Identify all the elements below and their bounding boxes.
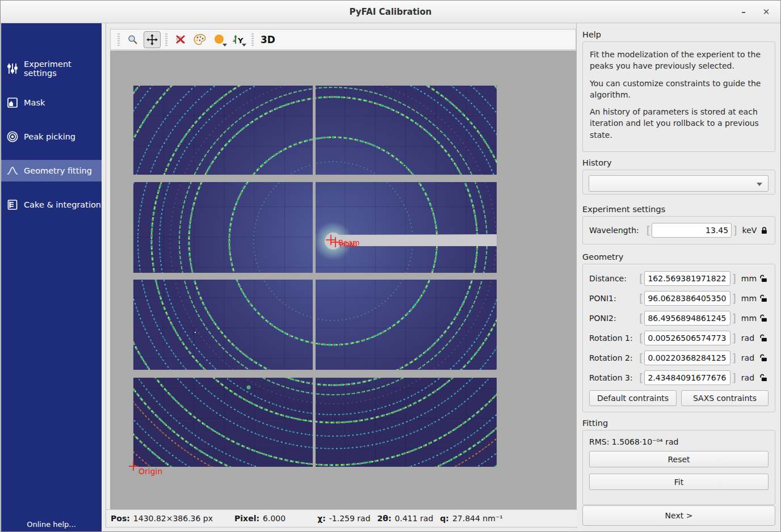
open-bracket: [: [638, 291, 644, 306]
sidebar-item-label: Peak picking: [24, 132, 75, 141]
close-bracket: ]: [730, 331, 737, 345]
fit-button[interactable]: Fit: [589, 474, 769, 490]
field-unit: mm: [741, 314, 758, 323]
close-bracket: ]: [730, 351, 737, 365]
poni1-input[interactable]: [644, 291, 730, 306]
help-paragraph: Fit the modelization of the experient to…: [590, 49, 768, 72]
two-theta-value: 0.411 rad: [395, 514, 434, 523]
pixel-label: Pixel:: [234, 514, 259, 523]
move-arrows-icon: [146, 34, 158, 45]
title-bar: PyFAI Calibration – ✕: [1, 1, 780, 23]
geometry-row-poni1: PONI1: [ ] mm: [589, 291, 769, 306]
chevron-down-icon: [757, 183, 762, 186]
plot-toolbar: Y a 3D: [110, 29, 576, 50]
unzoom-button[interactable]: [172, 31, 189, 48]
reset-button[interactable]: Reset: [589, 451, 769, 467]
sidebar-item-geometry-fitting[interactable]: Geometry fitting: [1, 160, 102, 181]
magnifier-icon: [127, 34, 138, 45]
field-label: PONI1:: [589, 294, 638, 303]
default-constraints-button[interactable]: Default contraints: [589, 390, 677, 406]
two-theta-label: 2θ:: [377, 514, 392, 523]
help-section-title: Help: [582, 30, 601, 39]
poni2-input[interactable]: [644, 311, 730, 326]
pos-label: Pos:: [111, 514, 130, 523]
dropdown-arrow-icon: [242, 44, 246, 47]
close-icon[interactable]: ✕: [759, 5, 774, 19]
geometry-row-distance: Distance: [ ] mm: [589, 271, 769, 286]
minimize-icon[interactable]: –: [736, 5, 751, 19]
y-axis-orientation-button[interactable]: Y a: [230, 31, 247, 48]
wavelength-label: Wavelength:: [589, 226, 645, 235]
saxs-constraints-button[interactable]: SAXS contraints: [681, 390, 769, 406]
field-unit: rad: [741, 333, 758, 343]
close-bracket: ]: [730, 370, 737, 385]
sidebar-item-label: Mask: [24, 98, 45, 107]
lock-closed-icon[interactable]: [760, 226, 769, 235]
geometry-section-title: Geometry: [582, 252, 623, 261]
help-paragraph: An history of parameters is stored at ea…: [590, 106, 768, 141]
toolbar-grip[interactable]: [165, 33, 167, 46]
app-window: PyFAI Calibration – ✕ Experiment setting…: [0, 0, 781, 532]
field-unit: rad: [741, 373, 758, 382]
open-bracket: [: [638, 271, 644, 286]
field-unit: mm: [741, 274, 758, 283]
geometry-row-rotation3: Rotation 3: [ ] rad: [589, 370, 769, 385]
open-bracket: [: [638, 311, 644, 326]
history-dropdown[interactable]: [589, 175, 769, 192]
field-label: Distance:: [589, 274, 638, 283]
beamstop-arm-mask: [335, 234, 497, 246]
online-help-link[interactable]: Online help...: [1, 520, 102, 529]
geometry-row-poni2: PONI2: [ ] mm: [589, 311, 769, 326]
lock-open-icon[interactable]: [759, 354, 768, 362]
open-bracket: [: [638, 370, 644, 385]
help-paragraph: You can customize constraints to guide t…: [590, 78, 768, 101]
red-cross-magnifier-icon: [174, 33, 187, 46]
pos-value: 1430.82×386.36 px: [133, 514, 213, 523]
open-bracket: [: [638, 331, 644, 345]
sidebar-item-experiment-settings[interactable]: Experiment settings: [1, 58, 102, 79]
3d-view-button[interactable]: 3D: [257, 34, 279, 45]
rotation2-input[interactable]: [644, 351, 730, 365]
palette-icon: [193, 33, 207, 46]
pixel-value: 6.000: [263, 514, 285, 523]
rotation1-input[interactable]: [644, 331, 730, 345]
lock-open-icon[interactable]: [759, 314, 768, 323]
lock-open-icon[interactable]: [759, 275, 768, 283]
sidebar-item-cake-integration[interactable]: Cake & integration: [1, 194, 102, 216]
history-section-title: History: [582, 158, 612, 167]
field-label: Rotation 2:: [589, 353, 638, 362]
q-value: 27.844 nm⁻¹: [452, 514, 503, 523]
field-unit: mm: [741, 294, 758, 303]
zoom-tool-button[interactable]: [124, 31, 141, 48]
close-bracket: ]: [732, 223, 738, 238]
geometry-row-rotation1: Rotation 1: [ ] rad: [589, 331, 769, 345]
lock-open-icon[interactable]: [759, 294, 768, 303]
sidebar-item-label: Cake & integration: [24, 200, 101, 209]
curve-icon: [6, 164, 19, 177]
wavelength-input[interactable]: [652, 223, 732, 238]
cake-icon: [6, 199, 19, 211]
lock-open-icon[interactable]: [759, 374, 768, 382]
next-button[interactable]: Next >: [582, 505, 775, 526]
sidebar-item-peak-picking[interactable]: Peak picking: [1, 126, 102, 147]
distance-input[interactable]: [644, 271, 730, 286]
sidebar: Experiment settings Mask Peak picking Ge…: [1, 23, 102, 532]
toolbar-grip[interactable]: [117, 33, 120, 46]
rotation3-input[interactable]: [644, 370, 730, 385]
origin-marker-label: Origin: [138, 467, 162, 476]
lock-open-icon[interactable]: [759, 334, 768, 343]
field-label: Rotation 3:: [589, 373, 638, 382]
sidebar-item-mask[interactable]: Mask: [1, 92, 102, 113]
marker-color-button[interactable]: [211, 31, 228, 48]
main-area: Y a 3D: [106, 23, 577, 528]
fitting-box: RMS: 1.5068·10⁻⁰⁴ rad Reset Fit: [582, 430, 775, 505]
geometry-row-rotation2: Rotation 2: [ ] rad: [589, 351, 769, 365]
mask-icon: [6, 96, 19, 109]
plot-canvas[interactable]: Beam PONI Origin: [110, 50, 577, 509]
q-label: q:: [440, 514, 449, 523]
toolbar-grip[interactable]: [251, 33, 254, 46]
wavelength-unit: keV: [742, 226, 759, 235]
pan-tool-button[interactable]: [144, 31, 161, 48]
colormap-button[interactable]: [191, 31, 208, 48]
rms-value: RMS: 1.5068·10⁻⁰⁴ rad: [589, 437, 769, 446]
